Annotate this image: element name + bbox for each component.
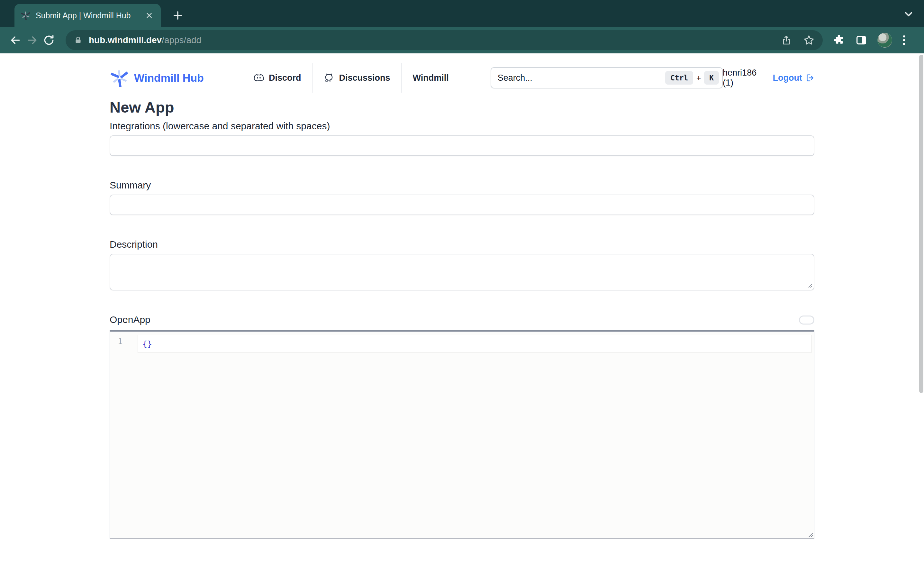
page-title: New App bbox=[109, 98, 815, 116]
summary-label: Summary bbox=[109, 180, 815, 191]
line-number: 1 bbox=[110, 337, 138, 346]
logout-link[interactable]: Logout bbox=[773, 73, 815, 83]
forward-icon[interactable] bbox=[24, 32, 40, 48]
editor-active-line[interactable]: {} bbox=[138, 335, 812, 353]
nav-label-windmill: Windmill bbox=[413, 73, 448, 83]
openapp-code-editor[interactable]: 1 {} bbox=[109, 330, 815, 539]
editor-content[interactable]: {} bbox=[138, 332, 814, 538]
nav-item-discord[interactable]: Discord bbox=[243, 63, 312, 93]
url-path: /apps/add bbox=[162, 35, 201, 45]
nav-item-discussions[interactable]: Discussions bbox=[312, 63, 401, 93]
username-text: henri186 (1) bbox=[723, 68, 767, 88]
browser-tab-strip: Submit App | Windmill Hub bbox=[0, 0, 924, 27]
discord-icon bbox=[253, 73, 264, 83]
openapp-label: OpenApp bbox=[109, 314, 151, 325]
editor-gutter: 1 bbox=[110, 332, 138, 538]
brand-home-link[interactable]: Windmill Hub bbox=[109, 69, 204, 87]
code-text: {} bbox=[142, 339, 152, 349]
nav-label-discord: Discord bbox=[269, 73, 301, 83]
extensions-puzzle-icon[interactable] bbox=[832, 34, 845, 47]
kebab-menu-icon[interactable] bbox=[902, 34, 906, 47]
url-bar[interactable]: hub.windmill.dev/apps/add bbox=[66, 30, 823, 50]
browser-profile-avatar[interactable] bbox=[877, 33, 892, 48]
windmill-favicon-icon bbox=[21, 11, 31, 20]
openapp-toggle[interactable] bbox=[799, 316, 815, 324]
browser-toolbar: hub.windmill.dev/apps/add bbox=[0, 27, 924, 53]
description-label: Description bbox=[109, 239, 815, 250]
tab-search-chevron-icon[interactable] bbox=[902, 8, 915, 20]
logout-icon bbox=[805, 73, 815, 83]
search-shortcut: Ctrl + K bbox=[665, 71, 719, 85]
description-textarea[interactable] bbox=[109, 254, 815, 290]
kbd-ctrl: Ctrl bbox=[665, 71, 693, 85]
integrations-input[interactable] bbox=[109, 135, 815, 156]
side-panel-icon[interactable] bbox=[855, 34, 868, 47]
nav-label-discussions: Discussions bbox=[339, 73, 390, 83]
reload-icon[interactable] bbox=[40, 32, 57, 48]
summary-input[interactable] bbox=[109, 195, 815, 215]
editor-resize-grip-icon[interactable] bbox=[807, 532, 813, 537]
page-body: Windmill Hub Discord Discussions bbox=[0, 53, 924, 577]
bookmark-star-icon[interactable] bbox=[803, 34, 815, 46]
kbd-k: K bbox=[704, 71, 719, 85]
kbd-plus: + bbox=[696, 74, 701, 82]
browser-tab[interactable]: Submit App | Windmill Hub bbox=[14, 4, 161, 27]
integrations-label: Integrations (lowercase and separated wi… bbox=[109, 121, 815, 132]
page-scrollbar[interactable] bbox=[919, 55, 923, 393]
lock-icon bbox=[74, 35, 82, 45]
share-icon[interactable] bbox=[781, 34, 792, 46]
url-text: hub.windmill.dev/apps/add bbox=[89, 35, 775, 45]
search-input[interactable] bbox=[498, 73, 665, 83]
textarea-resize-grip-icon[interactable] bbox=[807, 283, 812, 288]
site-header: Windmill Hub Discord Discussions bbox=[109, 62, 815, 94]
url-host: hub.windmill.dev bbox=[89, 35, 162, 45]
main-nav: Discord Discussions Windmill bbox=[243, 63, 460, 93]
search-box[interactable]: Ctrl + K bbox=[491, 67, 723, 89]
tab-title: Submit App | Windmill Hub bbox=[36, 11, 140, 20]
nav-item-windmill[interactable]: Windmill bbox=[402, 63, 460, 93]
brand-title: Windmill Hub bbox=[134, 72, 204, 84]
logout-label: Logout bbox=[773, 73, 802, 83]
back-icon[interactable] bbox=[7, 32, 24, 48]
github-icon bbox=[323, 73, 334, 83]
windmill-logo-icon bbox=[109, 69, 130, 87]
tab-close-icon[interactable] bbox=[143, 10, 155, 21]
user-area: henri186 (1) Logout bbox=[723, 68, 815, 88]
new-tab-icon[interactable] bbox=[169, 7, 186, 24]
